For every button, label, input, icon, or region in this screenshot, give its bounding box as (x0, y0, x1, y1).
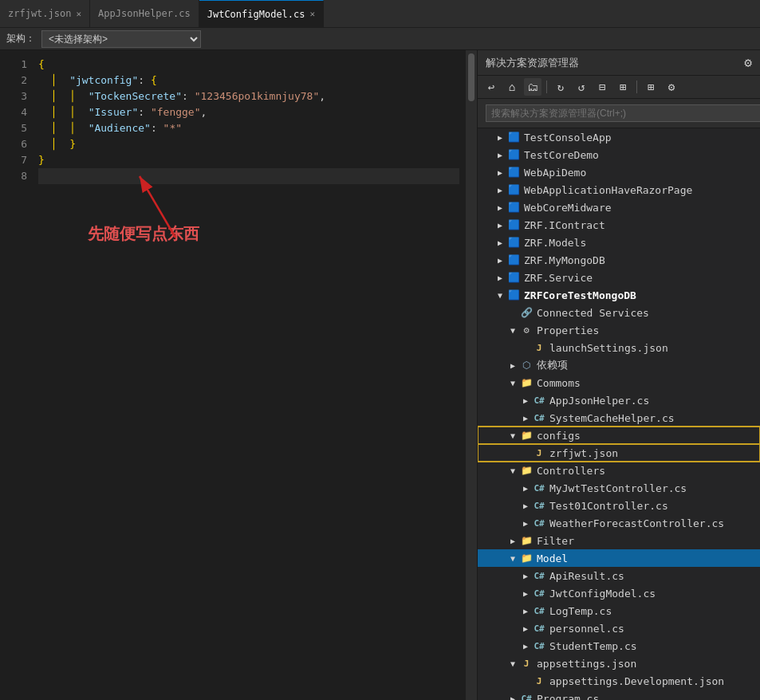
expand-icon[interactable]: ⊞ (614, 78, 632, 96)
expand-icon[interactable]: ▶ (494, 166, 506, 179)
list-item-test01controller[interactable]: ▶ C# Test01Controller.cs (478, 497, 760, 514)
back-icon[interactable]: ↩ (482, 78, 500, 96)
tab-zrfjwt[interactable]: zrfjwt.json ✕ (0, 0, 90, 27)
view-icon[interactable]: ⊞ (642, 78, 660, 96)
expand-icon[interactable]: ▼ (506, 552, 519, 564)
list-item-deps[interactable]: ▶ ⬡ 依赖项 (478, 356, 760, 374)
list-item-commoms[interactable]: ▼ 📁 Commoms (478, 374, 760, 391)
list-item-jwtconfigmodel[interactable]: ▶ C# JwtConfigModel.cs (478, 584, 760, 602)
expand-icon[interactable]: ▶ (519, 394, 532, 407)
tab-jwt[interactable]: JwtConfigModel.cs ✕ (199, 0, 324, 27)
expand-icon[interactable]: ▶ (506, 359, 519, 372)
expand-icon[interactable]: ▶ (506, 534, 519, 547)
arch-select[interactable]: <未选择架构> (41, 30, 201, 48)
close-icon[interactable]: ✕ (76, 9, 81, 19)
list-item-properties[interactable]: ▼ ⚙ Properties (478, 321, 760, 339)
line-numbers: 1 2 3 4 5 6 7 8 (0, 50, 32, 700)
list-item[interactable]: ▶ 🟦 ZRF.MyMongoDB (478, 251, 760, 269)
list-item-model[interactable]: ▼ 📁 Model (478, 549, 760, 567)
editor-scrollbar[interactable] (466, 50, 477, 700)
scrollbar-thumb[interactable] (468, 53, 475, 101)
close-icon[interactable]: ✕ (310, 9, 316, 19)
list-item-personnel[interactable]: ▶ C# personnel.cs (478, 619, 760, 637)
item-label: ApiResult.cs (549, 570, 624, 582)
list-item-configs[interactable]: ▼ 📁 configs (478, 427, 760, 444)
proj-icon: 🟦 (506, 270, 521, 285)
separator2 (636, 81, 637, 93)
expand-icon[interactable]: ▼ (506, 324, 519, 336)
cs-icon: C# (532, 516, 546, 530)
expand-icon[interactable]: ▶ (494, 148, 506, 161)
list-item-weatherforecastcontroller[interactable]: ▶ C# WeatherForecastController.cs (478, 514, 760, 532)
list-item-apiresult[interactable]: ▶ C# ApiResult.cs (478, 567, 760, 584)
filter-icon[interactable]: 🗂 (524, 78, 541, 96)
refresh-icon[interactable]: ↺ (573, 78, 590, 96)
list-item-zrfjwt[interactable]: J zrfjwt.json (478, 444, 760, 462)
expand-icon[interactable]: ▶ (519, 569, 532, 582)
json-icon: J (532, 674, 546, 688)
expand-icon[interactable]: ▼ (506, 429, 519, 442)
item-label: ZRF.Service (524, 272, 593, 284)
list-item[interactable]: ▶ 🟦 TestConsoleApp (478, 128, 760, 146)
collapse-icon[interactable]: ⊟ (593, 78, 611, 96)
expand-icon[interactable]: ▶ (519, 604, 532, 617)
list-item-connected-services[interactable]: 🔗 Connected Services (478, 304, 760, 321)
list-item[interactable]: ▶ 🟦 ZRF.Service (478, 269, 760, 286)
item-label: MyJwtTestController.cs (549, 482, 687, 494)
folder-icon: 📁 (519, 463, 534, 478)
expand-icon[interactable]: ▼ (506, 657, 519, 670)
tab-bar: zrfjwt.json ✕ AppJsonHelper.cs JwtConfig… (0, 0, 760, 28)
list-item[interactable]: ▶ 🟦 ZRF.IContract (478, 216, 760, 234)
se-search-input[interactable] (486, 104, 760, 122)
code-container: 1 2 3 4 5 6 7 8 { │ "jwtconfig": { │ │ "… (0, 50, 477, 700)
settings2-icon[interactable]: ⚙ (663, 78, 680, 96)
expand-icon[interactable]: ▶ (494, 218, 506, 231)
list-item-logtemp[interactable]: ▶ C# LogTemp.cs (478, 602, 760, 619)
cs-icon: C# (532, 498, 546, 513)
item-label: Program.cs (537, 693, 599, 701)
list-item[interactable]: ▶ 🟦 WebApplicationHaveRazorPage (478, 181, 760, 199)
code-content[interactable]: { │ "jwtconfig": { │ │ "TockenSecrete": … (32, 50, 466, 700)
home-icon[interactable]: ⌂ (503, 78, 521, 96)
list-item[interactable]: ▶ 🟦 WebApiDemo (478, 163, 760, 181)
list-item-launchsettings[interactable]: J launchSettings.json (478, 339, 760, 356)
expand-icon[interactable]: ▶ (494, 131, 506, 144)
list-item[interactable]: ▶ 🟦 ZRF.Models (478, 234, 760, 251)
list-item-systemcachehelper[interactable]: ▶ C# SystemCacheHelper.cs (478, 409, 760, 427)
expand-icon[interactable]: ▶ (494, 183, 506, 196)
expand-icon[interactable]: ▶ (494, 254, 506, 266)
expand-icon[interactable]: ▶ (494, 201, 506, 214)
item-label: launchSettings.json (549, 342, 668, 354)
list-item[interactable]: ▶ 🟦 WebCoreMidware (478, 199, 760, 216)
expand-icon[interactable]: ▶ (519, 639, 532, 652)
list-item-zrfcoretestmongodb[interactable]: ▼ 🟦 ZRFCoreTestMongoDB (478, 286, 760, 304)
list-item[interactable]: ▶ 🟦 TestCoreDemo (478, 146, 760, 163)
expand-icon[interactable]: ▼ (506, 464, 519, 477)
proj-icon: 🟦 (506, 253, 521, 267)
expand-icon[interactable]: ▶ (494, 236, 506, 249)
tab-appjson[interactable]: AppJsonHelper.cs (90, 0, 199, 27)
expand-icon[interactable]: ▶ (519, 517, 532, 529)
expand-icon[interactable]: ▼ (506, 376, 519, 389)
expand-icon[interactable]: ▶ (494, 271, 506, 284)
expand-icon[interactable]: ▶ (506, 692, 519, 700)
expand-icon[interactable]: ▶ (519, 411, 532, 424)
list-item-appsettingsdev[interactable]: J appsettings.Development.json (478, 672, 760, 690)
expand-icon[interactable]: ▶ (519, 587, 532, 600)
json-icon: J (532, 340, 546, 355)
expand-icon[interactable]: ▶ (519, 482, 532, 494)
se-tree[interactable]: ▶ 🟦 TestConsoleApp ▶ 🟦 TestCoreDemo ▶ 🟦 … (478, 128, 760, 700)
list-item-appsettings[interactable]: ▼ J appsettings.json (478, 655, 760, 672)
expand-icon[interactable]: ▼ (494, 289, 506, 301)
list-item-filter[interactable]: ▶ 📁 Filter (478, 532, 760, 549)
settings-icon[interactable]: ⚙ (744, 55, 752, 70)
list-item-myjwttestcontroller[interactable]: ▶ C# MyJwtTestController.cs (478, 479, 760, 497)
expand-icon[interactable]: ▶ (519, 499, 532, 512)
list-item-program[interactable]: ▶ C# Program.cs (478, 690, 760, 700)
sync-icon[interactable]: ↻ (552, 78, 569, 96)
expand-icon[interactable]: ▶ (519, 622, 532, 635)
list-item-appjsonhelper[interactable]: ▶ C# AppJsonHelper.cs (478, 391, 760, 409)
code-line-5: │ │ "Audience": "*" (38, 120, 459, 136)
list-item-controllers[interactable]: ▼ 📁 Controllers (478, 462, 760, 479)
list-item-studenttemp[interactable]: ▶ C# StudentTemp.cs (478, 637, 760, 655)
